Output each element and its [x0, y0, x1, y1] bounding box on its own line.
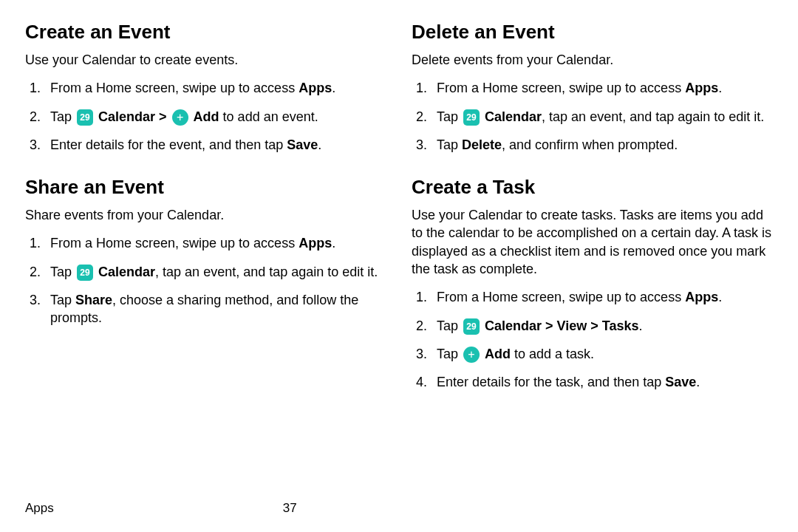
save-label: Save — [665, 375, 696, 389]
add-label: Add — [485, 347, 511, 361]
intro-text: Use your Calendar to create tasks. Tasks… — [412, 206, 773, 278]
step-item: From a Home screen, swipe up to access A… — [412, 79, 773, 97]
share-label: Share — [75, 293, 112, 307]
calendar-icon: 29 — [463, 318, 480, 335]
step-item: Tap + Add to add a task. — [412, 345, 773, 363]
steps-list: From a Home screen, swipe up to access A… — [25, 79, 386, 154]
save-label: Save — [287, 137, 318, 152]
apps-label: Apps — [299, 81, 332, 95]
calendar-label: Calendar — [98, 265, 155, 279]
intro-text: Share events from your Calendar. — [25, 206, 386, 224]
intro-text: Delete events from your Calendar. — [412, 51, 773, 69]
heading-create-task: Create a Task — [412, 176, 773, 199]
apps-label: Apps — [299, 236, 332, 250]
footer: Apps 37 — [25, 501, 297, 516]
step-item: Tap Delete, and confirm when prompted. — [412, 136, 773, 154]
intro-text: Use your Calendar to create events. — [25, 51, 386, 69]
add-label: Add — [194, 109, 219, 124]
heading-create-event: Create an Event — [25, 21, 386, 44]
step-item: Tap 29 Calendar > + Add to add an event. — [25, 108, 386, 126]
create-event-section: Create an Event Use your Calendar to cre… — [25, 21, 386, 154]
left-column: Create an Event Use your Calendar to cre… — [25, 21, 386, 414]
page-number: 37 — [283, 501, 297, 516]
plus-icon: + — [172, 109, 188, 126]
calendar-icon: 29 — [463, 109, 480, 126]
calendar-label: Calendar — [485, 318, 542, 333]
share-event-section: Share an Event Share events from your Ca… — [25, 176, 386, 327]
heading-share-event: Share an Event — [25, 176, 386, 199]
calendar-label: Calendar — [485, 109, 542, 124]
step-item: Tap 29 Calendar, tap an event, and tap a… — [412, 108, 773, 126]
calendar-icon: 29 — [77, 109, 93, 126]
heading-delete-event: Delete an Event — [412, 21, 773, 44]
step-item: From a Home screen, swipe up to access A… — [25, 234, 386, 252]
steps-list: From a Home screen, swipe up to access A… — [25, 234, 386, 327]
step-item: Tap 29 Calendar, tap an event, and tap a… — [25, 263, 386, 281]
tasks-label: Tasks — [602, 318, 639, 333]
plus-icon: + — [463, 347, 480, 363]
footer-section: Apps — [25, 501, 54, 516]
apps-label: Apps — [685, 81, 718, 95]
create-task-section: Create a Task Use your Calendar to creat… — [412, 176, 773, 391]
step-item: Enter details for the task, and then tap… — [412, 373, 773, 391]
steps-list: From a Home screen, swipe up to access A… — [412, 288, 773, 391]
two-column-layout: Create an Event Use your Calendar to cre… — [25, 21, 773, 414]
delete-event-section: Delete an Event Delete events from your … — [412, 21, 773, 154]
step-item: Tap Share, choose a sharing method, and … — [25, 291, 386, 327]
right-column: Delete an Event Delete events from your … — [412, 21, 773, 414]
step-item: Tap 29 Calendar > View > Tasks. — [412, 317, 773, 335]
delete-label: Delete — [462, 137, 502, 152]
calendar-icon: 29 — [77, 265, 93, 281]
calendar-label: Calendar — [98, 109, 155, 124]
steps-list: From a Home screen, swipe up to access A… — [412, 79, 773, 154]
step-item: From a Home screen, swipe up to access A… — [412, 288, 773, 306]
step-item: From a Home screen, swipe up to access A… — [25, 79, 386, 97]
step-item: Enter details for the event, and then ta… — [25, 136, 386, 154]
apps-label: Apps — [685, 290, 718, 304]
view-label: View — [557, 318, 587, 333]
